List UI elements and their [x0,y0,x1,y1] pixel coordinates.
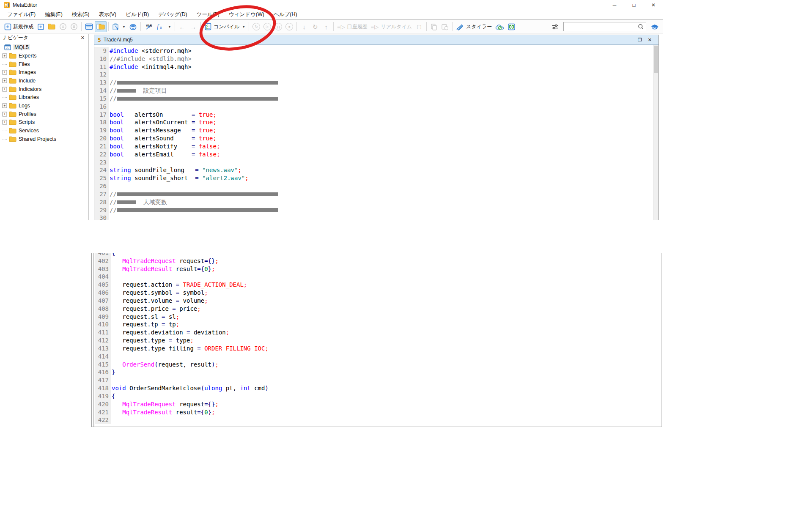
document-tab-bar[interactable]: 5 TradeAI.mq5 ─ ❐ ✕ [94,35,658,45]
copy-button[interactable] [428,21,439,32]
close-button[interactable]: ✕ [644,0,663,10]
menu-item-1[interactable]: 編集(E) [40,10,67,19]
new-file-button[interactable]: 新規作成 [3,21,35,32]
expand-plus-icon[interactable]: + [3,120,7,125]
code-line-418[interactable]: 418void OrderSendMarketclose(ulong pt, i… [95,384,661,392]
code-line-420[interactable]: 420 MqlTradeRequest request={}; [95,400,661,408]
step-out-button[interactable]: ↑ [321,21,332,32]
code-line-416[interactable]: 416} [95,368,661,376]
menu-item-3[interactable]: 表示(V) [94,10,121,19]
code-line-25[interactable]: 25string soundFile_short = "alert2.wav"; [94,174,658,182]
code-line-24[interactable]: 24string soundFile_long = "news.wav"; [94,166,658,174]
code-line-412[interactable]: 412 request.type = type; [95,337,661,345]
navigator-close-icon[interactable]: ✕ [80,35,86,41]
tree-root-mql5[interactable]: <> MQL5 [3,43,88,52]
menu-item-8[interactable]: ヘルプ(H) [269,10,302,19]
code-line-15[interactable]: 15// [94,95,658,103]
variables-button[interactable]: VAR [143,21,154,32]
code-line-419[interactable]: 419{ [95,392,661,400]
code-line-12[interactable]: 12 [94,71,658,79]
journal-button[interactable] [506,21,517,32]
search-options-button[interactable] [550,21,561,32]
tree-item-include[interactable]: +Include [3,77,88,85]
debug-pause-button[interactable]: ❙❙ [273,21,284,32]
compile-button[interactable]: コンパイル ▼ [203,21,247,32]
code-editor-bottom[interactable]: 401{402 MqlTradeRequest request={};403 M… [95,253,661,424]
code-line-21[interactable]: 21bool alertsNotify = false; [94,142,658,151]
doc-minimize-icon[interactable]: ─ [628,37,632,43]
save-all-button[interactable] [69,21,80,32]
tree-item-services[interactable]: Services [3,126,88,135]
doc-maximize-icon[interactable]: ❐ [638,37,642,43]
toggle-navigator-button[interactable] [95,21,107,32]
attach-button[interactable]: ▼ [110,21,127,32]
functions-button[interactable]: fx ▼ [154,21,173,32]
code-line-404[interactable]: 404 [95,273,661,281]
code-line-27[interactable]: 27// [94,190,658,198]
tree-item-profiles[interactable]: +Profiles [3,110,88,118]
code-line-23[interactable]: 23 [94,159,658,167]
expand-plus-icon[interactable]: + [3,87,7,91]
code-line-407[interactable]: 407 request.volume = volume; [95,297,661,305]
code-line-408[interactable]: 408 request.price = price; [95,305,661,313]
expand-plus-icon[interactable]: + [3,112,7,116]
code-line-26[interactable]: 26 [94,182,658,190]
tree-item-images[interactable]: +Images [3,68,88,77]
code-line-406[interactable]: 406 request.symbol = symbol; [95,289,661,297]
cloud-storage-button[interactable] [494,21,506,32]
navigate-forward-button[interactable]: → [188,21,199,32]
code-line-17[interactable]: 17bool alertsOn = true; [94,111,658,119]
debug-start-button[interactable]: ▷ [262,21,273,32]
tree-item-files[interactable]: Files [3,60,88,68]
expand-plus-icon[interactable]: + [3,78,7,83]
realtime-button[interactable]: ≡▷ リアルタイム [369,21,414,32]
tree-item-experts[interactable]: +Experts [3,52,88,60]
tree-item-shared-projects[interactable]: Shared Projects [3,135,88,143]
stop-profiling-button[interactable]: ▢ [414,21,425,32]
code-editor-top[interactable]: 9#include <stderror.mqh>10//#include <st… [94,45,658,220]
code-line-28[interactable]: 28// 大域変数 [94,198,658,206]
help-academy-button[interactable] [649,21,661,32]
code-line-421[interactable]: 421 MqlTradeResult result={0}; [95,408,661,416]
doc-close-icon[interactable]: ✕ [648,37,652,43]
code-line-415[interactable]: 415 OrderSend(request, result); [95,361,661,369]
code-line-414[interactable]: 414 [95,353,661,361]
code-line-22[interactable]: 22bool alertsEmail = false; [94,151,658,159]
scrollbar-thumb[interactable] [654,46,658,73]
market-button[interactable] [127,21,139,32]
new-window-button[interactable] [35,21,46,32]
code-line-29[interactable]: 29// [94,206,658,214]
code-line-10[interactable]: 10//#include <stdlib.mqh> [94,55,658,63]
debug-stop-button[interactable]: ■ [284,21,295,32]
menu-item-6[interactable]: ツール(T) [192,10,224,19]
code-line-403[interactable]: 403 MqlTradeResult result={0}; [95,265,661,273]
code-line-13[interactable]: 13// [94,79,658,87]
expand-plus-icon[interactable]: + [3,103,7,108]
menu-item-0[interactable]: ファイル(F) [3,10,40,19]
expand-plus-icon[interactable]: + [3,70,7,75]
search-icon[interactable] [638,24,644,30]
toggle-toolbox-button[interactable] [83,21,95,32]
code-line-409[interactable]: 409 request.sl = sl; [95,313,661,321]
menu-item-4[interactable]: ビルド(B) [121,10,154,19]
menu-item-2[interactable]: 検索(S) [67,10,94,19]
code-line-401[interactable]: 401{ [95,253,661,257]
step-over-button[interactable]: ↻ [310,21,321,32]
code-line-18[interactable]: 18bool alertsOnCurrent = true; [94,118,658,126]
save-button[interactable] [58,21,69,32]
expand-plus-icon[interactable]: + [3,53,7,58]
styler-button[interactable]: スタイラー [454,21,494,32]
account-history-button[interactable]: ≡▷ 口座履歴 [335,21,369,32]
search-input[interactable] [565,23,638,30]
code-line-19[interactable]: 19bool alertsMessage = true; [94,126,658,134]
tree-item-libraries[interactable]: Libraries [3,93,88,101]
menu-item-5[interactable]: デバッグ(D) [154,10,192,19]
code-line-16[interactable]: 16 [94,103,658,111]
code-line-422[interactable]: 422 [95,416,661,424]
code-line-9[interactable]: 9#include <stderror.mqh> [94,47,658,55]
tree-item-indicators[interactable]: +Indicators [3,85,88,93]
code-line-30[interactable]: 30 [94,214,658,220]
code-line-11[interactable]: 11#include <initmql4.mqh> [94,63,658,71]
step-into-button[interactable]: ↓ [299,21,310,32]
code-line-417[interactable]: 417 [95,376,661,384]
